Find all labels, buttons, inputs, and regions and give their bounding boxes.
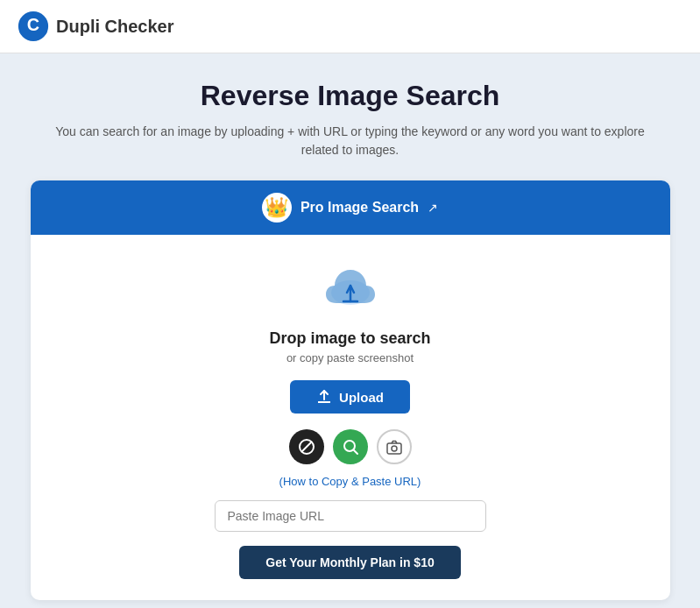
cloud-upload-icon <box>322 261 378 321</box>
icon-row <box>289 429 412 464</box>
camera-icon-button[interactable] <box>377 429 412 464</box>
upload-arrow-icon <box>316 389 332 405</box>
tool-card: 👑 Pro Image Search ↗ Drop image to searc… <box>31 180 670 600</box>
svg-rect-10 <box>387 443 401 454</box>
page-title: Reverse Image Search <box>201 80 500 112</box>
upload-button[interactable]: Upload <box>290 380 410 414</box>
monthly-plan-button[interactable]: Get Your Monthly Plan in $10 <box>239 546 460 579</box>
drop-title: Drop image to search <box>269 329 430 348</box>
svg-line-7 <box>301 442 312 452</box>
drop-subtitle: or copy paste screenshot <box>286 351 414 364</box>
crown-icon: 👑 <box>262 193 292 223</box>
logo-text: Dupli Checker <box>56 17 173 37</box>
logo-icon: C <box>18 11 49 42</box>
main-content: Reverse Image Search You can search for … <box>0 53 700 608</box>
svg-line-9 <box>353 450 357 455</box>
search-icon-button[interactable] <box>333 429 368 464</box>
header: C Dupli Checker <box>0 0 700 53</box>
external-link-icon: ↗ <box>428 201 438 215</box>
url-input[interactable] <box>215 500 486 532</box>
pro-banner[interactable]: 👑 Pro Image Search ↗ <box>31 180 670 235</box>
svg-point-11 <box>392 446 397 451</box>
slash-icon-button[interactable] <box>289 429 324 464</box>
upload-area: Drop image to search or copy paste scree… <box>31 235 670 600</box>
page-subtitle: You can search for an image by uploading… <box>53 123 648 159</box>
svg-text:C: C <box>27 15 39 34</box>
pro-label: Pro Image Search <box>301 200 419 216</box>
how-to-link[interactable]: (How to Copy & Paste URL) <box>279 475 421 488</box>
